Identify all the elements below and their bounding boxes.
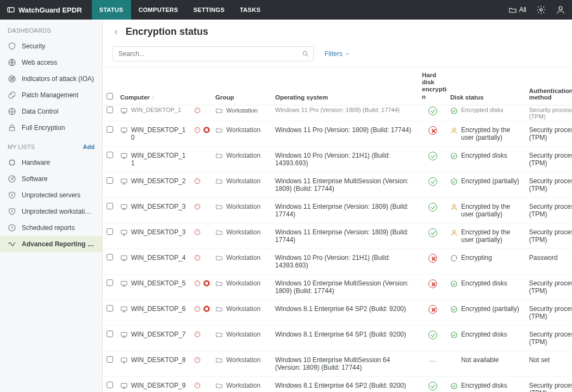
row-checkbox[interactable]: [107, 254, 113, 260]
svg-point-9: [13, 96, 13, 96]
table-row[interactable]: WIN_DESKTOP_8 Workstation Windows 10 Ent…: [103, 351, 572, 376]
mylist-item-advanced-reporting-tool[interactable]: Advanced Reporting Tool: [0, 236, 102, 252]
row-checkbox[interactable]: [107, 356, 113, 363]
titlebar: Encryption status: [103, 20, 572, 43]
nav-item-status[interactable]: STATUS: [92, 0, 131, 20]
alert-icons: [194, 228, 209, 236]
disk-status-text: Encrypted (partially): [461, 177, 519, 185]
device-workstation-icon: [120, 127, 128, 134]
sidebar-item-label: Unprotected workstations...: [22, 208, 95, 215]
col-header-os[interactable]: Operating system: [272, 67, 419, 105]
group-folder-icon: [215, 382, 223, 389]
computer-name: WIN_DESKTOP_8: [131, 356, 185, 364]
svg-rect-13: [10, 160, 14, 165]
table-row[interactable]: WIN_DESKTOP_7 Workstation Windows 8.1 En…: [103, 325, 572, 351]
mylist-item-scheduled-reports[interactable]: Scheduled reports: [0, 220, 102, 236]
col-header-disk[interactable]: Disk status: [447, 67, 526, 105]
group-name: Workstation: [226, 203, 260, 210]
mylist-item-hardware[interactable]: Hardware: [0, 154, 102, 171]
device-workstation-icon: [120, 254, 128, 262]
dashboard-item-data-control[interactable]: Data Control: [0, 103, 102, 120]
status-ok-icon: [428, 152, 437, 160]
row-checkbox[interactable]: [107, 305, 113, 312]
row-checkbox[interactable]: [107, 107, 113, 113]
computer-name: WIN_DESKTOP_3: [131, 228, 185, 236]
row-checkbox[interactable]: [107, 331, 113, 337]
col-header-computer[interactable]: Computer↑: [117, 67, 190, 105]
alert-reinstall-icon: [194, 228, 201, 236]
svg-point-22: [451, 108, 457, 114]
mylists-add[interactable]: Add: [83, 144, 95, 150]
device-workstation-icon: [120, 107, 128, 115]
mylist-item-software[interactable]: Software: [0, 171, 102, 187]
svg-point-29: [451, 153, 457, 159]
group-folder-icon: [215, 126, 223, 134]
col-header-hde[interactable]: Hard disk encryptio n: [419, 67, 447, 105]
group-name: Workstation: [226, 279, 260, 287]
table-row[interactable]: WIN_DESKTOP_6 Workstation Windows 8.1 En…: [103, 300, 572, 325]
dashboard-item-security[interactable]: Security: [0, 38, 102, 54]
group-folder-icon: [215, 254, 223, 262]
os-text: Windows 8.1 Enterprise 64 SP2 (Build: 92…: [272, 376, 419, 392]
table-row[interactable]: WIN_DESKTOP_10 Workstation Windows 11 Pr…: [103, 121, 572, 146]
row-checkbox[interactable]: [107, 152, 113, 158]
table-row[interactable]: WIN_DESKTOP_11 Workstation Windows 10 Pr…: [103, 146, 572, 172]
mylist-item-unprotected-servers[interactable]: Unprotected servers: [0, 187, 102, 203]
page-title: Encryption status: [126, 26, 208, 38]
filters-button[interactable]: Filters: [325, 50, 350, 58]
mylist-item-unprotected-workstations-[interactable]: Unprotected workstations...: [0, 203, 102, 220]
alert-reinstall-icon: [194, 107, 201, 114]
dashboard-item-full-encryption[interactable]: Full Encryption: [0, 120, 102, 136]
alert-icons: [194, 382, 209, 389]
table-scroll[interactable]: Computer↑ Group Operating system Hard di…: [103, 67, 572, 392]
row-checkbox[interactable]: [107, 203, 113, 209]
select-all-checkbox[interactable]: [107, 93, 113, 99]
alert-ring-icon: [203, 305, 210, 313]
dashboard-item-patch-management[interactable]: Patch Management: [0, 87, 102, 103]
row-checkbox[interactable]: [107, 279, 113, 286]
row-checkbox[interactable]: [107, 126, 113, 133]
topbar: WatchGuard EPDR STATUSCOMPUTERSSETTINGST…: [0, 0, 572, 20]
table-row[interactable]: WIN_DESKTOP_3 Workstation Windows 11 Ent…: [103, 197, 572, 223]
computer-name: WIN_DESKTOP_4: [131, 254, 185, 262]
os-text: Windows 11 Enterprise (Version: 1809) (B…: [272, 223, 419, 248]
svg-rect-23: [121, 128, 127, 132]
table-row[interactable]: WIN_DESKTOP_3 Workstation Windows 11 Ent…: [103, 223, 572, 248]
search-input[interactable]: [113, 46, 314, 61]
sidebar-item-label: Indicators of attack (IOA): [22, 75, 94, 83]
row-checkbox[interactable]: [107, 228, 113, 235]
alert-reinstall-icon: [194, 305, 201, 313]
group-name: Workstation: [226, 254, 260, 262]
group-name: Workstation: [226, 331, 260, 338]
table-row[interactable]: WIN_DESKTOP_1 Workstation Windows 11 Pro…: [103, 105, 572, 121]
dashboard-item-indicators-of-attack-ioa-[interactable]: Indicators of attack (IOA): [0, 71, 102, 87]
filter-all[interactable]: All: [508, 6, 526, 14]
user-icon[interactable]: [556, 5, 565, 15]
auth-method-text: Security processor (TPM): [526, 197, 572, 223]
col-header-group[interactable]: Group: [212, 67, 272, 105]
device-workstation-icon: [120, 178, 128, 185]
dashboard-item-web-access[interactable]: Web access: [0, 54, 102, 71]
table-row[interactable]: WIN_DESKTOP_9 Workstation Windows 8.1 En…: [103, 376, 572, 392]
sidebar-item-label: Hardware: [22, 159, 50, 166]
back-button[interactable]: [113, 28, 120, 36]
gear-icon[interactable]: [536, 5, 546, 15]
main: Encryption status Filters: [103, 20, 572, 392]
nav-item-computers[interactable]: COMPUTERS: [131, 0, 186, 20]
alert-icons: [194, 107, 209, 114]
row-checkbox[interactable]: [107, 177, 113, 184]
computer-name: WIN_DESKTOP_7: [131, 331, 185, 338]
group-name: Workstation: [226, 107, 258, 114]
table-row[interactable]: WIN_DESKTOP_2 Workstation Windows 11 Ent…: [103, 172, 572, 197]
nav-item-settings[interactable]: SETTINGS: [186, 0, 232, 20]
filterbar: Filters: [103, 43, 572, 67]
nav-item-tasks[interactable]: TASKS: [232, 0, 268, 20]
group-name: Workstation: [226, 305, 260, 313]
table-row[interactable]: WIN_DESKTOP_4 Workstation Windows 10 Pro…: [103, 248, 572, 274]
status-ok-icon: [428, 228, 437, 237]
svg-point-45: [451, 281, 457, 287]
row-checkbox[interactable]: [107, 382, 113, 388]
encryption-table: Computer↑ Group Operating system Hard di…: [103, 67, 572, 392]
table-row[interactable]: WIN_DESKTOP_5 Workstation Windows 10 Ent…: [103, 274, 572, 300]
col-header-auth[interactable]: Authentication method: [526, 67, 572, 105]
